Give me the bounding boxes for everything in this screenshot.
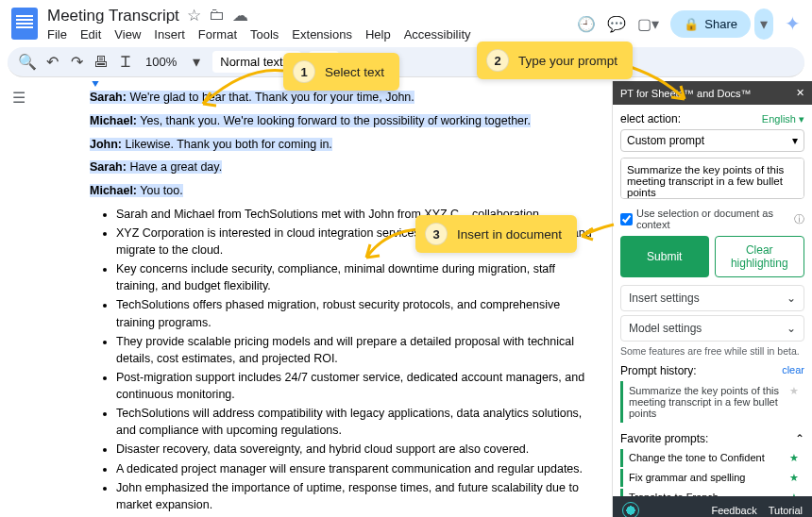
list-item[interactable]: Post-migration support includes 24/7 cus… <box>116 369 593 403</box>
chevron-down-icon: ⌄ <box>787 292 796 305</box>
favorites-header: Favorite prompts: ⌃ <box>620 432 804 445</box>
cloud-icon[interactable]: ☁ <box>232 6 248 25</box>
sidebar-header: PT for Sheets™ and Docs™ ✕ <box>613 81 812 105</box>
star-icon[interactable]: ★ <box>789 452 799 464</box>
callout-num-3: 3 <box>425 223 448 245</box>
action-row: elect action: English ▾ <box>620 112 804 125</box>
list-item[interactable]: John emphasized the importance of uptime… <box>116 479 593 513</box>
info-icon[interactable]: ⓘ <box>794 212 804 226</box>
favorite-item[interactable]: Translate to French★ <box>620 489 804 496</box>
action-label: elect action: <box>620 112 681 125</box>
footer-logo-icon[interactable] <box>622 502 639 517</box>
menu-accessibility[interactable]: Accessibility <box>404 27 471 42</box>
title-icons: ☆ 🗀 ☁ <box>187 6 248 25</box>
transcript-line[interactable]: Michael: Yes, thank you. We're looking f… <box>90 112 593 130</box>
transcript-line[interactable]: Sarah: Have a great day. <box>90 158 593 176</box>
zoom-caret-icon[interactable]: ▾ <box>188 54 205 71</box>
context-label: Use selection or document as context <box>636 208 790 230</box>
spellcheck-icon[interactable]: Ꮖ <box>117 54 134 71</box>
header-right: 🕘 💬 ▢▾ 🔒 Share ▾ ✦ <box>577 8 801 40</box>
prompt-input[interactable] <box>620 158 804 199</box>
menubar: File Edit View Insert Format Tools Exten… <box>47 27 567 42</box>
list-item[interactable]: TechSolutions will address compatibility… <box>116 405 593 439</box>
outline-icon[interactable]: ☰ <box>12 89 31 108</box>
clear-history-link[interactable]: clear <box>782 364 804 377</box>
menu-extensions[interactable]: Extensions <box>292 27 352 42</box>
comments-icon[interactable]: 💬 <box>607 15 626 33</box>
redo-icon[interactable]: ↷ <box>68 54 85 71</box>
feedback-link[interactable]: Feedback <box>711 505 756 516</box>
submit-button[interactable]: Submit <box>620 236 709 277</box>
sidebar-body: elect action: English ▾ Custom prompt▾ U… <box>613 105 812 496</box>
callout-num-1: 1 <box>293 60 315 83</box>
undo-icon[interactable]: ↶ <box>43 54 60 71</box>
menu-format[interactable]: Format <box>198 27 237 42</box>
tutorial-link[interactable]: Tutorial <box>769 505 803 516</box>
list-item[interactable]: Disaster recovery, data sovereignty, and… <box>116 441 593 458</box>
context-checkbox[interactable] <box>620 213 633 225</box>
callout-2: 2 Type your prompt <box>477 42 633 79</box>
list-item[interactable]: A dedicated project manager will ensure … <box>116 460 593 477</box>
transcript-line[interactable]: John: Likewise. Thank you both for comin… <box>90 136 593 154</box>
close-icon[interactable]: ✕ <box>796 87 804 99</box>
history-header: Prompt history: clear <box>620 364 804 377</box>
star-icon[interactable]: ★ <box>789 472 799 484</box>
tab-marker-icon[interactable] <box>90 81 101 87</box>
doc-title[interactable]: Meeting Transcript <box>47 7 179 25</box>
transcript-line[interactable]: Michael: You too. <box>90 182 593 200</box>
meet-icon[interactable]: ▢▾ <box>637 15 659 33</box>
callout-1: 1 Select text <box>283 53 399 91</box>
language-select[interactable]: English ▾ <box>762 113 804 125</box>
title-area: Meeting Transcript ☆ 🗀 ☁ File Edit View … <box>47 6 567 42</box>
search-icon[interactable]: 🔍 <box>19 54 36 71</box>
header: Meeting Transcript ☆ 🗀 ☁ File Edit View … <box>0 0 812 47</box>
context-checkbox-row: Use selection or document as context ⓘ <box>620 208 804 230</box>
insert-settings[interactable]: Insert settings⌄ <box>620 285 804 311</box>
list-item[interactable]: Key concerns include security, complianc… <box>116 260 593 294</box>
history-item[interactable]: Summarize the key points of this meeting… <box>620 381 804 423</box>
sidebar-title: PT for Sheets™ and Docs™ <box>620 88 752 99</box>
transcript-line[interactable]: Sarah: We're glad to hear that. Thank yo… <box>90 89 593 107</box>
favorite-item[interactable]: Change the tone to Confident★ <box>620 449 804 467</box>
action-select[interactable]: Custom prompt▾ <box>620 129 804 152</box>
toolbar: 🔍 ↶ ↷ 🖶 Ꮖ 100% ▾ Normal text▾ Ari ⋮ <box>8 47 804 77</box>
chevron-up-icon[interactable]: ⌃ <box>795 432 804 445</box>
star-icon[interactable]: ☆ <box>187 6 201 25</box>
zoom-level[interactable]: 100% <box>142 55 180 69</box>
menu-view[interactable]: View <box>114 27 141 42</box>
sidebar-footer: Feedback Tutorial <box>613 496 812 517</box>
history-icon[interactable]: 🕘 <box>577 15 596 33</box>
lock-icon: 🔒 <box>684 17 699 31</box>
left-gutter: ☰ <box>0 81 42 517</box>
docs-logo-icon[interactable] <box>11 8 38 40</box>
share-caret[interactable]: ▾ <box>754 8 773 40</box>
menu-help[interactable]: Help <box>365 27 391 42</box>
move-icon[interactable]: 🗀 <box>209 6 225 25</box>
share-label: Share <box>704 17 737 31</box>
model-settings[interactable]: Model settings⌄ <box>620 315 804 342</box>
callout-3: 3 Insert in document <box>415 215 577 253</box>
free-note: Some features are free while still in be… <box>620 345 804 357</box>
menu-tools[interactable]: Tools <box>250 27 279 42</box>
clear-button[interactable]: Clear highlighting <box>715 236 805 277</box>
list-item[interactable]: TechSolutions offers phased migration, r… <box>116 296 593 330</box>
share-button[interactable]: 🔒 Share <box>670 10 751 38</box>
star-icon[interactable]: ★ <box>789 385 799 419</box>
print-icon[interactable]: 🖶 <box>93 54 110 71</box>
gemini-icon[interactable]: ✦ <box>785 12 801 35</box>
button-row: Submit Clear highlighting <box>620 236 804 277</box>
document-body[interactable]: Sarah: We're glad to hear that. Thank yo… <box>42 81 612 517</box>
list-item[interactable]: They provide scalable pricing models and… <box>116 333 593 367</box>
menu-file[interactable]: File <box>47 27 67 42</box>
menu-edit[interactable]: Edit <box>80 27 101 42</box>
callout-num-2: 2 <box>486 49 509 72</box>
sidebar: PT for Sheets™ and Docs™ ✕ elect action:… <box>612 81 812 517</box>
doc-title-row: Meeting Transcript ☆ 🗀 ☁ <box>47 6 567 25</box>
chevron-down-icon: ⌄ <box>787 322 796 335</box>
favorite-item[interactable]: Fix grammar and spelling★ <box>620 469 804 487</box>
main: ☰ Sarah: We're glad to hear that. Thank … <box>0 81 812 517</box>
menu-insert[interactable]: Insert <box>154 27 185 42</box>
